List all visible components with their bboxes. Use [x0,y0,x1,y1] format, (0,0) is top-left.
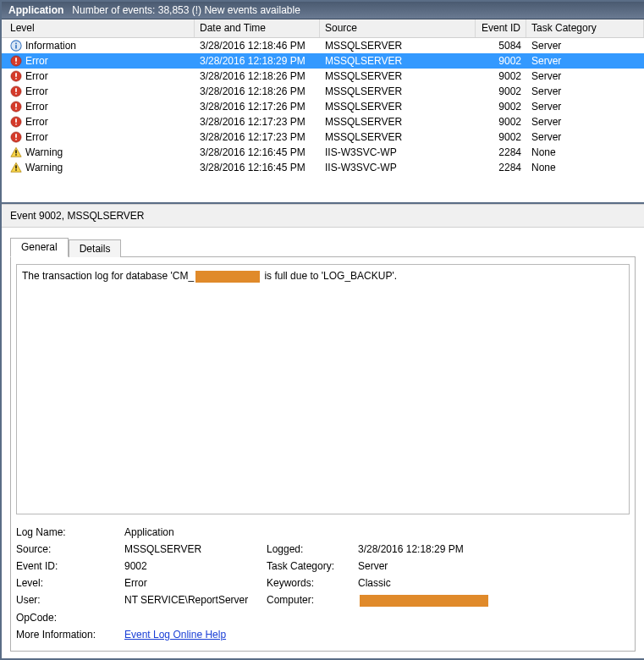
svg-rect-10 [15,88,17,92]
svg-rect-1 [15,45,17,48]
event-count: Number of events: 38,853 (!) New events … [72,4,300,16]
lab-logname: Log Name: [16,526,118,538]
cell-datetime: 3/28/2016 12:18:26 PM [195,70,320,82]
val-logname: Application [124,526,260,538]
table-row[interactable]: Error3/28/2016 12:18:26 PMMSSQLSERVER900… [2,69,644,84]
lab-source: Source: [16,543,118,555]
tab-panel-general: The transaction log for database 'CM_ is… [10,256,636,652]
error-icon [10,85,22,97]
error-icon [10,55,22,67]
cell-source: MSSQLSERVER [320,40,476,52]
cell-task: None [526,162,644,173]
message-post: is full due to 'LOG_BACKUP'. [261,270,397,282]
cell-level: Error [25,116,48,128]
val-logged: 3/28/2016 12:18:29 PM [358,543,630,555]
col-level[interactable]: Level [2,19,195,37]
lab-computer: Computer: [267,594,351,606]
cell-task: Server [526,85,644,97]
val-eventid: 9002 [124,560,260,572]
cell-level: Information [25,40,76,52]
cell-datetime: 3/28/2016 12:17:23 PM [195,116,320,128]
cell-eventid: 2284 [476,146,526,158]
table-row[interactable]: Error3/28/2016 12:18:26 PMMSSQLSERVER900… [2,84,644,99]
cell-datetime: 3/28/2016 12:18:29 PM [195,55,320,67]
error-icon [10,70,22,82]
cell-task: Server [526,101,644,113]
table-row[interactable]: Information3/28/2016 12:18:46 PMMSSQLSER… [2,38,644,53]
cell-level: Warning [25,162,63,173]
cell-level: Error [25,131,48,143]
column-headers: Level Date and Time Source Event ID Task… [2,19,644,38]
cell-datetime: 3/28/2016 12:17:23 PM [195,131,320,143]
svg-rect-7 [15,73,17,77]
title-bar: Application Number of events: 38,853 (!)… [2,2,644,19]
cell-task: Server [526,70,644,82]
cell-level: Error [25,55,48,67]
cell-datetime: 3/28/2016 12:16:45 PM [195,162,320,173]
table-row[interactable]: Warning3/28/2016 12:16:45 PMIIS-W3SVC-WP… [2,145,644,160]
lab-opcode: OpCode: [16,612,118,624]
table-row[interactable]: Error3/28/2016 12:17:26 PMMSSQLSERVER900… [2,99,644,114]
svg-rect-17 [15,124,17,125]
val-level: Error [124,577,260,589]
detail-heading: Event 9002, MSSQLSERVER [2,204,644,228]
svg-rect-8 [15,78,17,80]
error-icon [10,101,22,113]
cell-source: IIS-W3SVC-WP [320,146,476,158]
svg-rect-4 [15,58,17,62]
cell-source: MSSQLSERVER [320,70,476,82]
cell-eventid: 9002 [476,70,526,82]
lab-taskcat: Task Category: [267,560,351,572]
lab-eventid: Event ID: [16,560,118,572]
cell-eventid: 5084 [476,40,526,52]
cell-level: Error [25,101,48,113]
cell-task: Server [526,40,644,52]
val-user: NT SERVICE\ReportServer [124,594,260,606]
table-row[interactable]: Error3/28/2016 12:17:23 PMMSSQLSERVER900… [2,129,644,145]
cell-source: MSSQLSERVER [320,131,476,143]
cell-source: MSSQLSERVER [320,116,476,128]
table-row[interactable]: Warning3/28/2016 12:16:45 PMIIS-W3SVC-WP… [2,160,644,175]
svg-rect-11 [15,93,17,95]
svg-rect-21 [15,150,16,153]
table-row[interactable]: Error3/28/2016 12:18:29 PMMSSQLSERVER900… [2,53,644,69]
cell-eventid: 9002 [476,101,526,113]
col-eventid[interactable]: Event ID [476,19,526,37]
lab-level: Level: [16,577,118,589]
info-icon [10,40,22,52]
svg-rect-5 [15,63,17,64]
col-source[interactable]: Source [320,19,476,37]
link-event-log-help[interactable]: Event Log Online Help [124,629,630,641]
tab-details[interactable]: Details [69,239,122,257]
lab-user: User: [16,594,118,606]
svg-rect-2 [15,43,17,45]
svg-rect-22 [15,154,16,155]
val-keywords: Classic [358,577,630,589]
val-source: MSSQLSERVER [124,543,260,555]
lab-moreinfo: More Information: [16,629,118,641]
svg-rect-24 [15,169,16,170]
col-task[interactable]: Task Category [526,19,644,37]
cell-source: MSSQLSERVER [320,101,476,113]
svg-rect-13 [15,103,17,107]
cell-eventid: 9002 [476,55,526,67]
cell-datetime: 3/28/2016 12:17:26 PM [195,101,320,113]
cell-task: Server [526,55,644,67]
table-row[interactable]: Error3/28/2016 12:17:23 PMMSSQLSERVER900… [2,114,644,129]
cell-task: Server [526,131,644,143]
cell-source: MSSQLSERVER [320,55,476,67]
message-box[interactable]: The transaction log for database 'CM_ is… [16,264,630,514]
tab-general[interactable]: General [10,238,69,257]
warn-icon [10,162,22,173]
tab-bar: General Details [10,238,636,257]
svg-rect-23 [15,165,16,168]
message-pre: The transaction log for database 'CM_ [22,270,194,282]
cell-source: IIS-W3SVC-WP [320,162,476,173]
cell-datetime: 3/28/2016 12:16:45 PM [195,146,320,158]
cell-eventid: 9002 [476,85,526,97]
col-datetime[interactable]: Date and Time [195,19,320,37]
svg-rect-20 [15,139,17,140]
cell-task: None [526,146,644,158]
cell-datetime: 3/28/2016 12:18:26 PM [195,85,320,97]
cell-eventid: 9002 [476,116,526,128]
